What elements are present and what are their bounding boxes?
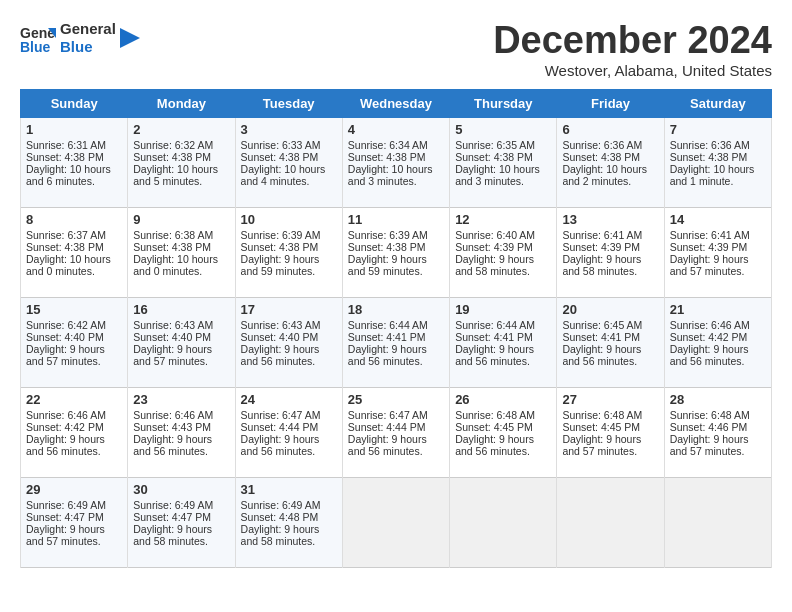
day-number: 15 — [26, 302, 122, 317]
logo: General Blue General Blue — [20, 20, 140, 56]
calendar-cell: 3Sunrise: 6:33 AMSunset: 4:38 PMDaylight… — [235, 117, 342, 207]
sunrise-label: Sunrise: 6:48 AM — [562, 409, 642, 421]
sunset-label: Sunset: 4:41 PM — [562, 331, 640, 343]
month-title: December 2024 — [493, 20, 772, 62]
logo-text-blue: Blue — [60, 38, 116, 56]
daylight-label: Daylight: 9 hours and 56 minutes. — [670, 343, 749, 367]
calendar-cell: 26Sunrise: 6:48 AMSunset: 4:45 PMDayligh… — [450, 387, 557, 477]
day-number: 8 — [26, 212, 122, 227]
sunrise-label: Sunrise: 6:40 AM — [455, 229, 535, 241]
daylight-label: Daylight: 9 hours and 56 minutes. — [241, 343, 320, 367]
calendar-cell: 11Sunrise: 6:39 AMSunset: 4:38 PMDayligh… — [342, 207, 449, 297]
sunrise-label: Sunrise: 6:31 AM — [26, 139, 106, 151]
day-number: 16 — [133, 302, 229, 317]
sunset-label: Sunset: 4:41 PM — [348, 331, 426, 343]
calendar-cell: 17Sunrise: 6:43 AMSunset: 4:40 PMDayligh… — [235, 297, 342, 387]
daylight-label: Daylight: 9 hours and 57 minutes. — [26, 523, 105, 547]
day-number: 23 — [133, 392, 229, 407]
sunrise-label: Sunrise: 6:37 AM — [26, 229, 106, 241]
calendar-cell: 19Sunrise: 6:44 AMSunset: 4:41 PMDayligh… — [450, 297, 557, 387]
day-number: 28 — [670, 392, 766, 407]
sunrise-label: Sunrise: 6:44 AM — [455, 319, 535, 331]
calendar-cell: 28Sunrise: 6:48 AMSunset: 4:46 PMDayligh… — [664, 387, 771, 477]
day-number: 12 — [455, 212, 551, 227]
sunset-label: Sunset: 4:39 PM — [670, 241, 748, 253]
calendar-week-row: 22Sunrise: 6:46 AMSunset: 4:42 PMDayligh… — [21, 387, 772, 477]
sunrise-label: Sunrise: 6:46 AM — [26, 409, 106, 421]
sunrise-label: Sunrise: 6:41 AM — [670, 229, 750, 241]
day-number: 22 — [26, 392, 122, 407]
day-number: 6 — [562, 122, 658, 137]
day-number: 9 — [133, 212, 229, 227]
daylight-label: Daylight: 9 hours and 57 minutes. — [562, 433, 641, 457]
sunset-label: Sunset: 4:38 PM — [26, 241, 104, 253]
calendar-cell: 5Sunrise: 6:35 AMSunset: 4:38 PMDaylight… — [450, 117, 557, 207]
header-monday: Monday — [128, 89, 235, 117]
sunrise-label: Sunrise: 6:41 AM — [562, 229, 642, 241]
day-number: 18 — [348, 302, 444, 317]
sunrise-label: Sunrise: 6:33 AM — [241, 139, 321, 151]
sunset-label: Sunset: 4:42 PM — [26, 421, 104, 433]
sunset-label: Sunset: 4:40 PM — [133, 331, 211, 343]
calendar-cell — [450, 477, 557, 567]
header-thursday: Thursday — [450, 89, 557, 117]
day-number: 2 — [133, 122, 229, 137]
sunrise-label: Sunrise: 6:46 AM — [133, 409, 213, 421]
calendar-cell: 4Sunrise: 6:34 AMSunset: 4:38 PMDaylight… — [342, 117, 449, 207]
day-number: 7 — [670, 122, 766, 137]
logo-icon: General Blue — [20, 20, 56, 56]
calendar-cell: 23Sunrise: 6:46 AMSunset: 4:43 PMDayligh… — [128, 387, 235, 477]
calendar-cell: 1Sunrise: 6:31 AMSunset: 4:38 PMDaylight… — [21, 117, 128, 207]
sunrise-label: Sunrise: 6:47 AM — [348, 409, 428, 421]
header-saturday: Saturday — [664, 89, 771, 117]
calendar-cell — [664, 477, 771, 567]
svg-text:Blue: Blue — [20, 39, 51, 55]
calendar-cell — [557, 477, 664, 567]
daylight-label: Daylight: 10 hours and 3 minutes. — [348, 163, 433, 187]
calendar-cell: 9Sunrise: 6:38 AMSunset: 4:38 PMDaylight… — [128, 207, 235, 297]
sunrise-label: Sunrise: 6:48 AM — [670, 409, 750, 421]
sunset-label: Sunset: 4:44 PM — [348, 421, 426, 433]
calendar-cell: 30Sunrise: 6:49 AMSunset: 4:47 PMDayligh… — [128, 477, 235, 567]
calendar-cell: 10Sunrise: 6:39 AMSunset: 4:38 PMDayligh… — [235, 207, 342, 297]
sunrise-label: Sunrise: 6:42 AM — [26, 319, 106, 331]
day-number: 4 — [348, 122, 444, 137]
daylight-label: Daylight: 10 hours and 3 minutes. — [455, 163, 540, 187]
day-number: 20 — [562, 302, 658, 317]
day-number: 10 — [241, 212, 337, 227]
daylight-label: Daylight: 10 hours and 6 minutes. — [26, 163, 111, 187]
header-tuesday: Tuesday — [235, 89, 342, 117]
sunset-label: Sunset: 4:38 PM — [241, 241, 319, 253]
daylight-label: Daylight: 9 hours and 57 minutes. — [133, 343, 212, 367]
daylight-label: Daylight: 9 hours and 58 minutes. — [562, 253, 641, 277]
daylight-label: Daylight: 9 hours and 56 minutes. — [133, 433, 212, 457]
sunset-label: Sunset: 4:38 PM — [348, 241, 426, 253]
sunset-label: Sunset: 4:40 PM — [26, 331, 104, 343]
sunrise-label: Sunrise: 6:48 AM — [455, 409, 535, 421]
sunrise-label: Sunrise: 6:47 AM — [241, 409, 321, 421]
daylight-label: Daylight: 10 hours and 4 minutes. — [241, 163, 326, 187]
day-number: 14 — [670, 212, 766, 227]
sunrise-label: Sunrise: 6:32 AM — [133, 139, 213, 151]
day-number: 19 — [455, 302, 551, 317]
sunset-label: Sunset: 4:38 PM — [670, 151, 748, 163]
calendar-week-row: 15Sunrise: 6:42 AMSunset: 4:40 PMDayligh… — [21, 297, 772, 387]
daylight-label: Daylight: 9 hours and 58 minutes. — [241, 523, 320, 547]
sunrise-label: Sunrise: 6:39 AM — [348, 229, 428, 241]
sunset-label: Sunset: 4:38 PM — [133, 241, 211, 253]
daylight-label: Daylight: 9 hours and 57 minutes. — [670, 433, 749, 457]
calendar-week-row: 8Sunrise: 6:37 AMSunset: 4:38 PMDaylight… — [21, 207, 772, 297]
daylight-label: Daylight: 10 hours and 1 minute. — [670, 163, 755, 187]
day-number: 25 — [348, 392, 444, 407]
sunrise-label: Sunrise: 6:49 AM — [133, 499, 213, 511]
calendar-week-row: 29Sunrise: 6:49 AMSunset: 4:47 PMDayligh… — [21, 477, 772, 567]
page-header: General Blue General Blue December 2024 … — [20, 20, 772, 79]
calendar-cell: 22Sunrise: 6:46 AMSunset: 4:42 PMDayligh… — [21, 387, 128, 477]
calendar-cell: 14Sunrise: 6:41 AMSunset: 4:39 PMDayligh… — [664, 207, 771, 297]
location: Westover, Alabama, United States — [493, 62, 772, 79]
header-wednesday: Wednesday — [342, 89, 449, 117]
sunrise-label: Sunrise: 6:45 AM — [562, 319, 642, 331]
calendar-cell: 31Sunrise: 6:49 AMSunset: 4:48 PMDayligh… — [235, 477, 342, 567]
sunset-label: Sunset: 4:46 PM — [670, 421, 748, 433]
daylight-label: Daylight: 9 hours and 57 minutes. — [26, 343, 105, 367]
